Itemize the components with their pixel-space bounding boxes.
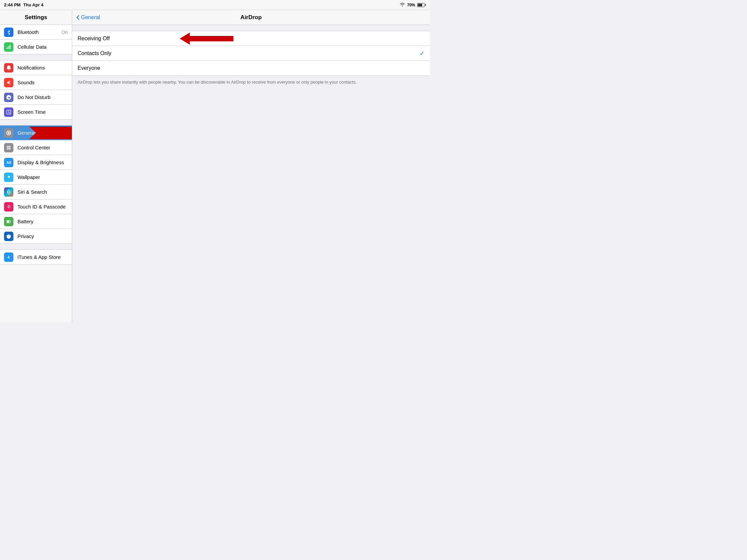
bluetooth-icon — [4, 28, 14, 37]
controlcenter-label: Control Center — [18, 145, 68, 151]
airdrop-receiving-off[interactable]: Receiving Off — [72, 31, 430, 46]
controlcenter-icon — [4, 143, 14, 153]
displaybrightness-icon: AA — [4, 158, 14, 167]
sidebar-item-cellular[interactable]: Cellular Data — [0, 39, 72, 54]
bluetooth-value: On — [61, 30, 68, 35]
touchid-icon — [4, 202, 14, 212]
sidebar-item-siri[interactable]: Siri & Search — [0, 185, 72, 199]
sidebar-item-itunes[interactable]: A iTunes & App Store — [0, 250, 72, 265]
itunes-label: iTunes & App Store — [18, 254, 68, 260]
sidebar-header: Settings — [0, 10, 72, 25]
screentime-icon — [4, 107, 14, 117]
svg-point-12 — [9, 206, 9, 207]
sidebar-item-touchid[interactable]: Touch ID & Passcode — [0, 199, 72, 214]
sidebar-item-controlcenter[interactable]: Control Center — [0, 140, 72, 155]
battery-icon — [417, 3, 426, 7]
privacy-icon — [4, 232, 14, 241]
svg-rect-14 — [7, 220, 9, 222]
receiving-off-arrow — [180, 31, 233, 46]
wifi-icon — [400, 2, 405, 7]
status-date: Thu Apr 4 — [23, 2, 43, 7]
cellular-icon — [4, 42, 14, 52]
sidebar-item-privacy[interactable]: Privacy — [0, 229, 72, 244]
status-bar-right: 70% — [400, 2, 426, 7]
donotdisturb-label: Do Not Disturb — [18, 94, 68, 100]
displaybrightness-label: Display & Brightness — [18, 159, 68, 165]
sidebar-item-bluetooth[interactable]: Bluetooth On — [0, 25, 72, 39]
airdrop-contacts-only[interactable]: Contacts Only ✓ — [72, 46, 430, 61]
wallpaper-icon — [4, 172, 14, 182]
main-content: General AirDrop Receiving Off — [72, 10, 430, 322]
sidebar-item-general[interactable]: General — [0, 126, 72, 140]
contacts-only-checkmark: ✓ — [419, 50, 424, 57]
general-arrow-annotation — [29, 127, 72, 139]
svg-point-9 — [9, 146, 10, 148]
sidebar-item-screentime[interactable]: Screen Time — [0, 105, 72, 119]
cellular-label: Cellular Data — [18, 44, 68, 50]
sounds-icon — [4, 78, 14, 87]
app-container: Settings Bluetooth On Cellular — [0, 10, 430, 322]
airdrop-title: AirDrop — [240, 14, 262, 21]
notifications-label: Notifications — [18, 65, 68, 71]
siri-label: Siri & Search — [18, 189, 68, 195]
svg-rect-0 — [6, 48, 7, 49]
battery-setting-icon — [4, 217, 14, 226]
privacy-label: Privacy — [18, 233, 68, 239]
svg-point-5 — [8, 132, 9, 133]
donotdisturb-icon — [4, 93, 14, 102]
svg-rect-15 — [10, 221, 11, 222]
svg-rect-3 — [10, 45, 11, 49]
wallpaper-label: Wallpaper — [18, 174, 68, 180]
sidebar-item-wallpaper[interactable]: Wallpaper — [0, 170, 72, 185]
svg-marker-17 — [180, 32, 233, 45]
airdrop-description: AirDrop lets you share instantly with pe… — [72, 76, 430, 89]
back-button[interactable]: General — [76, 15, 100, 21]
airdrop-options-list: Receiving Off Contacts Only ✓ — [72, 31, 430, 76]
itunes-icon: A — [4, 252, 14, 262]
status-bar: 2:44 PM Thu Apr 4 70% — [0, 0, 430, 10]
screentime-label: Screen Time — [18, 109, 68, 115]
battery-label: Battery — [18, 218, 68, 224]
svg-rect-2 — [9, 46, 9, 49]
svg-point-6 — [7, 146, 8, 148]
contacts-only-label: Contacts Only — [78, 50, 111, 56]
battery-percent: 70% — [407, 3, 415, 7]
sidebar-item-sounds[interactable]: Sounds — [0, 75, 72, 90]
sounds-label: Sounds — [18, 80, 68, 85]
sidebar: Settings Bluetooth On Cellular — [0, 10, 72, 322]
bluetooth-label: Bluetooth — [18, 29, 57, 35]
airdrop-everyone[interactable]: Everyone — [72, 61, 430, 76]
svg-rect-1 — [8, 47, 8, 49]
back-label: General — [81, 15, 100, 21]
receiving-off-label: Receiving Off — [78, 35, 110, 42]
sidebar-gap-3 — [0, 244, 72, 250]
touchid-label: Touch ID & Passcode — [18, 204, 68, 210]
notifications-icon — [4, 63, 14, 73]
sidebar-gap-2 — [0, 119, 72, 126]
sidebar-item-donotdisturb[interactable]: Do Not Disturb — [0, 90, 72, 105]
main-body: Receiving Off Contacts Only ✓ — [72, 25, 430, 322]
sidebar-gap-1 — [0, 54, 72, 60]
svg-point-8 — [7, 148, 8, 150]
sidebar-item-battery[interactable]: Battery — [0, 214, 72, 229]
svg-text:A: A — [7, 256, 10, 259]
sidebar-title: Settings — [25, 14, 47, 21]
sidebar-item-notifications[interactable]: Notifications — [0, 60, 72, 75]
svg-point-7 — [9, 148, 10, 150]
siri-icon — [4, 187, 14, 197]
main-nav-bar: General AirDrop — [72, 10, 430, 25]
status-time: 2:44 PM — [4, 2, 21, 7]
general-icon — [4, 128, 14, 138]
everyone-label: Everyone — [78, 65, 100, 71]
status-bar-left: 2:44 PM Thu Apr 4 — [4, 2, 43, 7]
sidebar-item-displaybrightness[interactable]: AA Display & Brightness — [0, 155, 72, 170]
